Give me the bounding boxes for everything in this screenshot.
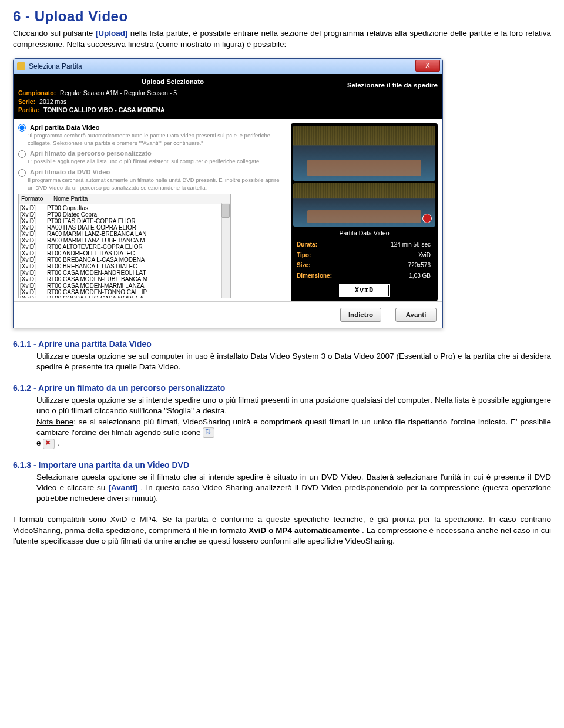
section-612-title: 6.1.2 - Aprire un filmato da un percorso…	[13, 383, 551, 394]
list-item[interactable]: [XviD]RT00 CASA MODEN-ANDREOLI LAT	[19, 269, 230, 276]
section-611-title: 6.1.1 - Aprire una partita Data Video	[13, 339, 551, 350]
list-item[interactable]: [XviD]RT00 COPRA ELIO-CASA MODENA	[19, 295, 230, 299]
dialog-footer: Indietro Avanti	[14, 301, 442, 328]
list-header: Formato Nome Partita	[19, 194, 230, 204]
campionato-line: Campionato: Regular Season A1M - Regular…	[18, 89, 438, 97]
select-file-hint: Selezionare il file da spedire	[347, 81, 438, 90]
closing-paragraph: I formati compatibili sono XviD e MP4. S…	[13, 514, 551, 547]
preview-thumb-1	[293, 126, 435, 181]
list-item[interactable]: [XviD]RT00 ANDREOLI L-ITAS DIATEC	[19, 250, 230, 257]
option-percorso[interactable]: Apri filmato da percorso personalizzato …	[18, 149, 286, 166]
page-title: 6 - Upload Video	[13, 7, 551, 26]
list-item[interactable]: [XviD]RT00 CASA MODEN-MARMI LANZA	[19, 282, 230, 289]
s612-e: e	[36, 439, 41, 447]
list-item[interactable]: [XviD]RT00 BREBANCA L-ITAS DIATEC	[19, 263, 230, 269]
serie-label: Serie:	[18, 98, 35, 105]
close-button[interactable]: X	[415, 60, 440, 72]
pv-durata-k: Durata:	[294, 240, 335, 250]
pv-dim-v: 1,03 GB	[337, 271, 434, 281]
option-dvd-desc: Il programma cercherà automaticamente un…	[28, 177, 286, 192]
list-item[interactable]: [XviD]RA00 MARMI LANZ-LUBE BANCA M	[19, 237, 230, 244]
s612-dot: .	[57, 439, 59, 447]
avanti-bracket: [Avanti]	[109, 483, 138, 492]
list-item[interactable]: [XviD]RA00 MARMI LANZ-BREBANCA LAN	[19, 231, 230, 237]
option-data-video[interactable]: Apri partita Data Video "Il programma ce…	[18, 123, 286, 147]
partita-value: TONINO CALLIPO VIBO - CASA MODENA	[43, 106, 165, 113]
campionato-label: Campionato:	[18, 89, 56, 96]
dialog-header-dark: Selezionare il file da spedire Upload Se…	[14, 74, 442, 119]
col-nome: Nome Partita	[51, 194, 230, 204]
dialog-title: Seleziona Partita	[29, 62, 82, 71]
intro-paragraph: Cliccando sul pulsante [Upload] nella li…	[13, 28, 551, 49]
xvid-logo: XᴠɪD	[338, 284, 390, 298]
dialog-left-pane: Apri partita Data Video "Il programma ce…	[18, 123, 286, 301]
partita-line: Partita: TONINO CALLIPO VIBO - CASA MODE…	[18, 106, 438, 114]
dialog-right-pane: Partita Data Video Durata: 124 min 58 se…	[291, 123, 438, 301]
delete-icon	[43, 439, 55, 449]
section-612-body: Utilizzare questa opzione se si intende …	[36, 395, 551, 449]
preview-info-table: Durata: 124 min 58 sec Tipo: XviD Size: …	[293, 239, 435, 281]
partite-listbox[interactable]: Formato Nome Partita [XviD]PT00 CopraIta…	[18, 194, 231, 298]
option-dvd-title: Apri filmato da DVD Video	[30, 168, 110, 176]
option-percorso-desc: E' possibile aggiungere alla lista uno o…	[28, 158, 286, 166]
record-icon	[422, 214, 432, 223]
preview-box: Partita Data Video Durata: 124 min 58 se…	[291, 123, 438, 301]
pv-tipo-k: Tipo:	[294, 251, 335, 260]
list-scroll-thumb[interactable]	[221, 204, 230, 218]
dialog-seleziona-partita: Seleziona Partita X Selezionare il file …	[13, 58, 443, 328]
option-data-video-title: Apri partita Data Video	[30, 124, 99, 131]
dialog-titlebar[interactable]: Seleziona Partita X	[14, 59, 442, 74]
preview-label: Partita Data Video	[293, 229, 435, 237]
radio-percorso[interactable]	[18, 150, 26, 158]
dialog-title-icon	[17, 62, 25, 70]
preview-thumb-2	[293, 183, 435, 227]
serie-value: 2012 mas	[39, 98, 66, 105]
list-item[interactable]: [XviD]RA00 ITAS DIATE-COPRA ELIOR	[19, 224, 230, 231]
end-bold: XviD o MP4 automaticamente	[249, 526, 360, 535]
avanti-button[interactable]: Avanti	[395, 308, 437, 322]
indietro-button[interactable]: Indietro	[340, 308, 381, 322]
radio-data-video[interactable]	[18, 124, 26, 132]
s612-nb: : se si selezionano più filmati, VideoSh…	[36, 417, 551, 437]
option-dvd[interactable]: Apri filmato da DVD Video Il programma c…	[18, 168, 286, 191]
pv-dim-k: Dimensione:	[294, 271, 335, 281]
option-data-video-desc: "Il programma cercherà automaticamente t…	[28, 132, 286, 147]
option-percorso-title: Apri filmato da percorso personalizzato	[30, 150, 152, 157]
reorder-icon	[203, 427, 214, 438]
list-item[interactable]: [XviD]RT00 ALTOTEVERE-COPRA ELIOR	[19, 244, 230, 250]
pv-durata-v: 124 min 58 sec	[337, 240, 434, 250]
list-item[interactable]: [XviD]PT00 CopraItas	[19, 205, 230, 211]
list-item[interactable]: [XviD]PT00 ITAS DIATE-COPRA ELIOR	[19, 218, 230, 224]
section-611-body: Utilizzare questa opzione se sul compute…	[36, 351, 551, 372]
s612-b1: Utilizzare questa opzione se si intende …	[36, 396, 551, 415]
pv-size-k: Size:	[294, 261, 335, 270]
list-item[interactable]: [XviD]RT00 BREBANCA L-CASA MODENA	[19, 257, 230, 263]
list-item[interactable]: [XviD]RT00 CASA MODEN-LUBE BANCA M	[19, 276, 230, 282]
intro-text-1: Cliccando sul pulsante	[13, 29, 96, 38]
upload-bracket: [Upload]	[96, 29, 128, 38]
campionato-value: Regular Season A1M - Regular Season - 5	[60, 89, 177, 96]
list-item[interactable]: [XviD]PT00 Diatec Copra	[19, 211, 230, 218]
radio-dvd[interactable]	[18, 169, 26, 177]
pv-size-v: 720x576	[337, 261, 434, 270]
section-613-title: 6.1.3 - Importare una partita da un Vide…	[13, 460, 551, 471]
pv-tipo-v: XviD	[337, 251, 434, 260]
partita-label: Partita:	[18, 106, 39, 113]
section-613-body: Selezionare questa opzione se il filmato…	[36, 472, 551, 504]
col-formato: Formato	[19, 194, 51, 204]
list-item[interactable]: [XviD]RT00 CASA MODEN-TONNO CALLIP	[19, 289, 230, 295]
serie-line: Serie: 2012 mas	[18, 97, 438, 106]
nota-bene-label: Nota bene	[36, 417, 73, 426]
